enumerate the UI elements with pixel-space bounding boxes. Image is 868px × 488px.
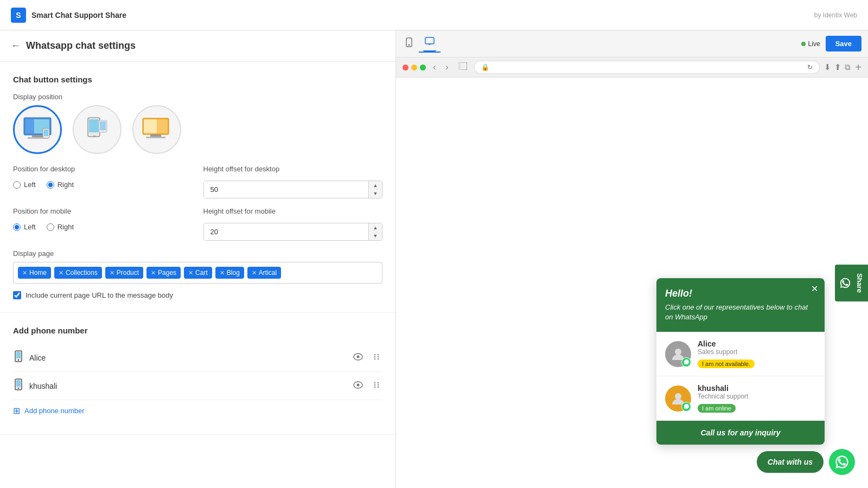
top-bar-left: S Smart Chat Support Share bbox=[11, 8, 126, 23]
svg-point-26 bbox=[374, 358, 375, 359]
svg-point-36 bbox=[378, 384, 379, 385]
desktop-right-radio[interactable]: Right bbox=[47, 181, 74, 189]
tag-remove-btn[interactable]: ✕ bbox=[188, 269, 193, 277]
chat-popup-close-btn[interactable]: ✕ bbox=[811, 284, 818, 294]
save-button[interactable]: Save bbox=[826, 36, 861, 52]
phone-drag-btn[interactable] bbox=[371, 379, 382, 393]
chat-with-us-button[interactable]: Chat with us bbox=[757, 451, 824, 473]
position-option-desktop-left[interactable] bbox=[13, 105, 62, 154]
phone-list: Alice bbox=[13, 344, 382, 400]
mobile-left-radio[interactable]: Left bbox=[13, 223, 36, 231]
height-offset-desktop-input-wrapper: ▲ ▼ bbox=[203, 181, 383, 198]
tag-remove-btn[interactable]: ✕ bbox=[110, 269, 114, 277]
svg-point-21 bbox=[357, 355, 360, 358]
phone-visibility-btn[interactable] bbox=[351, 379, 365, 393]
height-mobile-up-btn[interactable]: ▲ bbox=[369, 223, 382, 232]
add-phone-label: Add phone number bbox=[24, 407, 85, 415]
phone-numbers-section: Add phone number Alice bbox=[0, 313, 395, 435]
reload-icon: ↻ bbox=[807, 63, 813, 71]
phone-item-left: khushali bbox=[13, 378, 57, 393]
whatsapp-float-button[interactable] bbox=[829, 449, 855, 475]
include-url-checkbox[interactable] bbox=[13, 291, 21, 299]
chat-popup-subtitle: Click one of our representatives below t… bbox=[665, 303, 816, 322]
svg-rect-6 bbox=[44, 130, 48, 136]
chat-widget-popup: ✕ Hello! Click one of our representative… bbox=[656, 278, 825, 445]
status-badge: I am online bbox=[698, 404, 736, 413]
chat-button-settings-section: Chat button settings Display position bbox=[0, 62, 395, 313]
svg-rect-40 bbox=[408, 44, 410, 46]
live-dot bbox=[801, 42, 806, 46]
app-icon: S bbox=[11, 8, 26, 23]
mobile-position-row: Position for mobile Left Right Height of bbox=[13, 207, 382, 241]
page-tag: ✕Cart bbox=[184, 267, 212, 279]
download-btn[interactable]: ⬇ bbox=[824, 62, 831, 72]
chat-button-settings-title: Chat button settings bbox=[13, 75, 382, 84]
chat-float: Chat with us bbox=[757, 449, 855, 475]
mobile-icon bbox=[82, 115, 112, 145]
phone-item-left: Alice bbox=[13, 350, 46, 365]
desktop-radio-row: Left Right bbox=[13, 181, 193, 189]
new-tab-btn[interactable]: + bbox=[855, 61, 861, 74]
height-offset-mobile-input[interactable] bbox=[204, 223, 369, 240]
copy-btn[interactable]: ⧉ bbox=[845, 62, 851, 72]
svg-rect-18 bbox=[16, 352, 21, 358]
add-phone-number-button[interactable]: ⊞ Add phone number bbox=[13, 400, 85, 421]
position-option-desktop-right[interactable] bbox=[132, 105, 181, 154]
desktop-left-radio[interactable]: Left bbox=[13, 181, 36, 189]
page-tag: ✕Collections bbox=[54, 267, 102, 279]
height-desktop-down-btn[interactable]: ▼ bbox=[369, 190, 382, 198]
svg-point-19 bbox=[18, 359, 19, 361]
svg-point-24 bbox=[374, 356, 375, 357]
mobile-radio-row: Left Right bbox=[13, 223, 193, 231]
tag-remove-btn[interactable]: ✕ bbox=[59, 269, 63, 277]
svg-point-23 bbox=[378, 354, 379, 355]
agent-card[interactable]: Alice Sales support I am not available. bbox=[656, 332, 825, 376]
height-desktop-up-btn[interactable]: ▲ bbox=[369, 181, 382, 190]
svg-rect-2 bbox=[25, 119, 34, 133]
phone-icon bbox=[13, 378, 24, 393]
back-button[interactable]: ← bbox=[11, 40, 21, 52]
share-tab[interactable]: Share bbox=[835, 264, 868, 301]
phone-visibility-btn[interactable] bbox=[351, 351, 365, 365]
svg-rect-41 bbox=[425, 37, 434, 44]
mobile-right-radio[interactable]: Right bbox=[47, 223, 74, 231]
agent-cards: Alice Sales support I am not available. bbox=[656, 332, 825, 421]
position-option-mobile[interactable] bbox=[73, 105, 122, 154]
desktop-view-btn[interactable] bbox=[423, 35, 436, 52]
traffic-green bbox=[420, 65, 426, 70]
include-url-label[interactable]: Include current page URL to the message … bbox=[25, 291, 173, 299]
tag-remove-btn[interactable]: ✕ bbox=[252, 269, 257, 277]
left-panel: ← Whatsapp chat settings Chat button set… bbox=[0, 30, 396, 488]
svg-point-46 bbox=[675, 349, 681, 355]
phone-drag-btn[interactable] bbox=[371, 351, 382, 365]
agent-card[interactable]: khushali Technical support I am online bbox=[656, 376, 825, 421]
mobile-view-btn[interactable] bbox=[403, 35, 416, 53]
browser-forward-btn[interactable]: › bbox=[443, 61, 451, 73]
share-btn[interactable]: ⬆ bbox=[834, 62, 841, 72]
svg-rect-16 bbox=[146, 137, 165, 138]
url-bar[interactable]: 🔒 ↻ bbox=[474, 61, 820, 74]
svg-point-30 bbox=[18, 388, 19, 389]
call-us-btn[interactable]: Call us for any inquiry bbox=[656, 421, 825, 445]
traffic-red bbox=[403, 65, 409, 70]
height-offset-mobile-group: Height offset for mobile ▲ ▼ bbox=[203, 207, 383, 241]
display-page-tags: ✕Home✕Collections✕Product✕Pages✕Cart✕Blo… bbox=[13, 262, 382, 284]
tag-remove-btn[interactable]: ✕ bbox=[22, 269, 27, 277]
phone-actions bbox=[351, 351, 382, 365]
page-tag: ✕Home bbox=[18, 267, 51, 279]
height-offset-desktop-input[interactable] bbox=[204, 181, 369, 198]
tag-remove-btn[interactable]: ✕ bbox=[220, 269, 225, 277]
browser-view-btn[interactable] bbox=[456, 61, 470, 73]
page-tag: ✕Pages bbox=[146, 267, 181, 279]
svg-point-27 bbox=[378, 358, 379, 359]
position-mobile-label: Position for mobile bbox=[13, 207, 193, 215]
browser-toolbar-right: Live Save bbox=[801, 36, 861, 52]
browser-back-btn[interactable]: ‹ bbox=[430, 61, 438, 73]
tag-remove-btn[interactable]: ✕ bbox=[151, 269, 156, 277]
height-mobile-down-btn[interactable]: ▼ bbox=[369, 232, 382, 241]
svg-point-22 bbox=[374, 354, 375, 355]
svg-point-38 bbox=[378, 386, 379, 387]
svg-rect-45 bbox=[458, 62, 461, 70]
svg-rect-3 bbox=[32, 135, 43, 137]
live-indicator: Live bbox=[801, 40, 820, 48]
